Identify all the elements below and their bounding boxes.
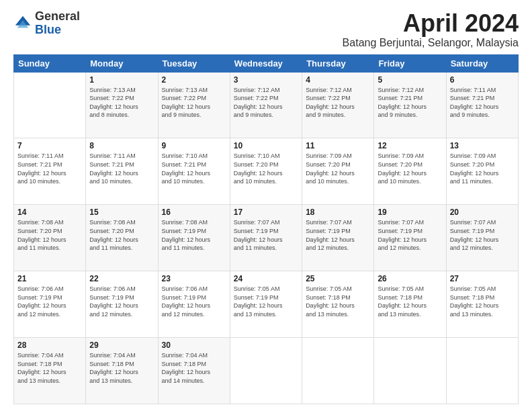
day-info: Sunrise: 7:05 AM Sunset: 7:18 PM Dayligh… <box>378 285 442 318</box>
day-number: 9 <box>162 141 226 150</box>
day-info: Sunrise: 7:07 AM Sunset: 7:19 PM Dayligh… <box>306 218 370 252</box>
calendar-cell: 12Sunrise: 7:09 AM Sunset: 7:20 PM Dayli… <box>374 138 446 205</box>
logo: General Blue <box>13 10 80 37</box>
day-number: 30 <box>162 340 226 350</box>
day-info: Sunrise: 7:04 AM Sunset: 7:18 PM Dayligh… <box>17 351 82 385</box>
calendar-cell: 1Sunrise: 7:13 AM Sunset: 7:22 PM Daylig… <box>86 72 158 138</box>
calendar-cell: 6Sunrise: 7:11 AM Sunset: 7:21 PM Daylig… <box>446 72 518 138</box>
day-info: Sunrise: 7:10 AM Sunset: 7:20 PM Dayligh… <box>234 152 298 185</box>
calendar-cell: 27Sunrise: 7:05 AM Sunset: 7:18 PM Dayli… <box>446 271 518 338</box>
day-number: 1 <box>89 75 154 85</box>
day-info: Sunrise: 7:11 AM Sunset: 7:21 PM Dayligh… <box>450 86 515 120</box>
month-title: April 2024 <box>343 10 519 37</box>
day-number: 19 <box>378 208 442 217</box>
day-number: 20 <box>450 208 515 217</box>
calendar-cell: 15Sunrise: 7:08 AM Sunset: 7:20 PM Dayli… <box>86 205 158 271</box>
day-info: Sunrise: 7:09 AM Sunset: 7:20 PM Dayligh… <box>450 152 515 185</box>
day-info: Sunrise: 7:06 AM Sunset: 7:19 PM Dayligh… <box>89 285 154 318</box>
day-info: Sunrise: 7:13 AM Sunset: 7:22 PM Dayligh… <box>162 86 226 120</box>
logo-general: General <box>35 9 80 23</box>
day-info: Sunrise: 7:13 AM Sunset: 7:22 PM Dayligh… <box>89 86 154 120</box>
calendar-cell <box>446 338 518 404</box>
day-number: 12 <box>378 141 442 150</box>
header: General Blue April 2024 Batang Berjuntai… <box>13 10 519 49</box>
day-info: Sunrise: 7:04 AM Sunset: 7:18 PM Dayligh… <box>162 351 226 385</box>
day-info: Sunrise: 7:07 AM Sunset: 7:19 PM Dayligh… <box>234 218 298 252</box>
calendar-cell: 20Sunrise: 7:07 AM Sunset: 7:19 PM Dayli… <box>446 205 518 271</box>
header-friday: Friday <box>374 54 446 72</box>
week-row-3: 14Sunrise: 7:08 AM Sunset: 7:20 PM Dayli… <box>14 205 519 271</box>
day-number: 24 <box>234 274 298 283</box>
logo-blue: Blue <box>35 23 61 36</box>
calendar-cell: 26Sunrise: 7:05 AM Sunset: 7:18 PM Dayli… <box>374 271 446 338</box>
header-row: Sunday Monday Tuesday Wednesday Thursday… <box>14 54 519 72</box>
week-row-1: 1Sunrise: 7:13 AM Sunset: 7:22 PM Daylig… <box>14 72 519 138</box>
calendar-cell: 16Sunrise: 7:08 AM Sunset: 7:19 PM Dayli… <box>158 205 230 271</box>
day-info: Sunrise: 7:08 AM Sunset: 7:20 PM Dayligh… <box>89 218 154 252</box>
calendar-cell <box>302 338 374 404</box>
calendar-cell: 25Sunrise: 7:05 AM Sunset: 7:18 PM Dayli… <box>302 271 374 338</box>
week-row-5: 28Sunrise: 7:04 AM Sunset: 7:18 PM Dayli… <box>14 338 519 404</box>
calendar-header: Sunday Monday Tuesday Wednesday Thursday… <box>14 54 519 72</box>
calendar-cell: 5Sunrise: 7:12 AM Sunset: 7:21 PM Daylig… <box>374 72 446 138</box>
week-row-2: 7Sunrise: 7:11 AM Sunset: 7:21 PM Daylig… <box>14 138 519 205</box>
calendar-cell: 22Sunrise: 7:06 AM Sunset: 7:19 PM Dayli… <box>86 271 158 338</box>
day-number: 18 <box>306 208 370 217</box>
day-number: 16 <box>162 208 226 217</box>
day-number: 22 <box>89 274 154 283</box>
day-number: 13 <box>450 141 515 150</box>
day-number: 14 <box>17 208 82 217</box>
page: General Blue April 2024 Batang Berjuntai… <box>0 0 532 411</box>
location-title: Batang Berjuntai, Selangor, Malaysia <box>343 37 519 49</box>
title-block: April 2024 Batang Berjuntai, Selangor, M… <box>343 10 519 49</box>
day-info: Sunrise: 7:06 AM Sunset: 7:19 PM Dayligh… <box>17 285 82 318</box>
day-info: Sunrise: 7:12 AM Sunset: 7:22 PM Dayligh… <box>234 86 298 120</box>
week-row-4: 21Sunrise: 7:06 AM Sunset: 7:19 PM Dayli… <box>14 271 519 338</box>
day-info: Sunrise: 7:07 AM Sunset: 7:19 PM Dayligh… <box>450 218 515 252</box>
day-number: 11 <box>306 141 370 150</box>
calendar-cell <box>374 338 446 404</box>
day-number: 25 <box>306 274 370 283</box>
header-saturday: Saturday <box>446 54 518 72</box>
day-info: Sunrise: 7:09 AM Sunset: 7:20 PM Dayligh… <box>378 152 442 185</box>
header-sunday: Sunday <box>14 54 86 72</box>
calendar-cell <box>230 338 302 404</box>
day-number: 17 <box>234 208 298 217</box>
day-number: 4 <box>306 75 370 85</box>
day-number: 29 <box>89 340 154 350</box>
day-info: Sunrise: 7:04 AM Sunset: 7:18 PM Dayligh… <box>89 351 154 385</box>
calendar-cell: 21Sunrise: 7:06 AM Sunset: 7:19 PM Dayli… <box>14 271 86 338</box>
calendar-cell: 17Sunrise: 7:07 AM Sunset: 7:19 PM Dayli… <box>230 205 302 271</box>
logo-icon <box>13 14 32 33</box>
calendar-cell: 19Sunrise: 7:07 AM Sunset: 7:19 PM Dayli… <box>374 205 446 271</box>
calendar-cell: 23Sunrise: 7:06 AM Sunset: 7:19 PM Dayli… <box>158 271 230 338</box>
day-info: Sunrise: 7:10 AM Sunset: 7:21 PM Dayligh… <box>162 152 226 185</box>
calendar-cell: 7Sunrise: 7:11 AM Sunset: 7:21 PM Daylig… <box>14 138 86 205</box>
day-number: 23 <box>162 274 226 283</box>
calendar-cell: 28Sunrise: 7:04 AM Sunset: 7:18 PM Dayli… <box>14 338 86 404</box>
day-number: 8 <box>89 141 154 150</box>
day-info: Sunrise: 7:07 AM Sunset: 7:19 PM Dayligh… <box>378 218 442 252</box>
calendar-cell: 14Sunrise: 7:08 AM Sunset: 7:20 PM Dayli… <box>14 205 86 271</box>
calendar-table: Sunday Monday Tuesday Wednesday Thursday… <box>13 54 519 404</box>
header-tuesday: Tuesday <box>158 54 230 72</box>
day-number: 7 <box>17 141 82 150</box>
day-info: Sunrise: 7:05 AM Sunset: 7:18 PM Dayligh… <box>450 285 515 318</box>
header-thursday: Thursday <box>302 54 374 72</box>
calendar-cell: 11Sunrise: 7:09 AM Sunset: 7:20 PM Dayli… <box>302 138 374 205</box>
calendar-cell: 18Sunrise: 7:07 AM Sunset: 7:19 PM Dayli… <box>302 205 374 271</box>
calendar-cell: 9Sunrise: 7:10 AM Sunset: 7:21 PM Daylig… <box>158 138 230 205</box>
calendar-cell: 3Sunrise: 7:12 AM Sunset: 7:22 PM Daylig… <box>230 72 302 138</box>
day-info: Sunrise: 7:09 AM Sunset: 7:20 PM Dayligh… <box>306 152 370 185</box>
day-info: Sunrise: 7:08 AM Sunset: 7:20 PM Dayligh… <box>17 218 82 252</box>
header-wednesday: Wednesday <box>230 54 302 72</box>
calendar-cell: 13Sunrise: 7:09 AM Sunset: 7:20 PM Dayli… <box>446 138 518 205</box>
day-number: 6 <box>450 75 515 85</box>
header-monday: Monday <box>86 54 158 72</box>
day-number: 28 <box>17 340 82 350</box>
day-info: Sunrise: 7:12 AM Sunset: 7:22 PM Dayligh… <box>306 86 370 120</box>
day-number: 27 <box>450 274 515 283</box>
day-info: Sunrise: 7:05 AM Sunset: 7:18 PM Dayligh… <box>306 285 370 318</box>
logo-text: General Blue <box>35 10 80 37</box>
calendar-cell: 10Sunrise: 7:10 AM Sunset: 7:20 PM Dayli… <box>230 138 302 205</box>
